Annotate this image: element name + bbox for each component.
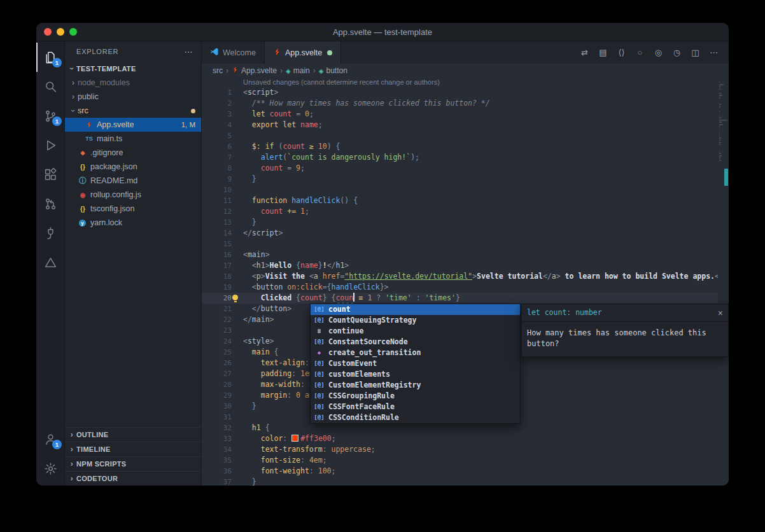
more-actions-icon[interactable]: ⋯ <box>705 45 722 61</box>
code-line-35[interactable]: 35 font-size: 4em; <box>202 455 729 466</box>
github-pull-requests-icon[interactable] <box>36 189 64 218</box>
suggestion-create_out_transition[interactable]: ◆create_out_transition <box>311 347 520 358</box>
line-number: 24 <box>202 336 243 347</box>
code-line-19[interactable]: 19 <button on:click={handleClick}> <box>202 282 729 293</box>
zoom-window-button[interactable] <box>69 28 77 36</box>
file-item-package.json[interactable]: {}package.json <box>65 160 201 174</box>
code-line-12[interactable]: 12 count += 1; <box>202 206 729 217</box>
code-line-36[interactable]: 36 font-weight: 100; <box>202 466 729 477</box>
code-line-10[interactable]: 10 <box>202 185 729 195</box>
suggestion-continue[interactable]: ≣continue <box>311 326 520 337</box>
code-line-15[interactable]: 15 <box>202 239 729 249</box>
tab-welcome[interactable]: Welcome <box>202 41 265 64</box>
line-number: 22 <box>202 314 243 325</box>
code-editor[interactable]: Unsaved changes (cannot determine recent… <box>202 78 729 486</box>
titlebar[interactable]: App.svelte — test-template <box>36 23 729 41</box>
timeline-icon[interactable]: ◷ <box>668 45 685 61</box>
line-number: 21 <box>202 304 243 314</box>
breadcrumb-app-svelte[interactable]: App.svelte <box>232 66 277 75</box>
code-line-16[interactable]: 16<main> <box>202 249 729 260</box>
file-item-tsconfig.json[interactable]: {}tsconfig.json <box>65 202 201 216</box>
file-item-rollup.config.js[interactable]: ◉rollup.config.js <box>65 188 201 202</box>
file-item-main.ts[interactable]: TSmain.ts <box>65 132 201 146</box>
workspace-section-header[interactable]: › TEST-TEMPLATE <box>65 62 201 76</box>
suggestion-CSSGroupingRule[interactable]: [@]CSSGroupingRule <box>311 391 520 402</box>
code-line-14[interactable]: 14</script> <box>202 228 729 239</box>
codetour-icon[interactable] <box>36 248 64 277</box>
minimize-window-button[interactable] <box>57 28 64 36</box>
extensions-icon[interactable] <box>36 160 64 189</box>
code-line-32[interactable]: 32 h1 { <box>202 423 729 433</box>
minimap-bar <box>719 133 720 134</box>
file-item-yarn.lock[interactable]: yyarn.lock <box>65 216 201 230</box>
sidebar-panel-codetour[interactable]: ›CODETOUR <box>65 471 201 486</box>
file-item-node_modules[interactable]: ›node_modules <box>65 76 201 90</box>
sidebar-panel-npm-scripts[interactable]: ›NPM SCRIPTS <box>65 456 201 471</box>
suggestion-CustomElementRegistry[interactable]: [@]CustomElementRegistry <box>311 380 520 391</box>
minimap[interactable] <box>718 78 729 486</box>
code-line-7[interactable]: 7 alert(`count is dangerously high!`); <box>202 152 729 163</box>
source-control-icon[interactable]: 1 <box>36 101 64 130</box>
suggestion-customElements[interactable]: [@]customElements <box>311 369 520 380</box>
code-line-20[interactable]: 20 Clicked {count} {coun ≡ 1 ? 'time' : … <box>202 293 729 304</box>
code-line-4[interactable]: 4 export let name; <box>202 120 729 130</box>
file-item-App.svelte[interactable]: App.svelte1, M <box>65 118 201 132</box>
open-preview-icon[interactable]: ▤ <box>594 45 612 61</box>
suggestion-CustomEvent[interactable]: [@]CustomEvent <box>311 358 520 369</box>
code-line-33[interactable]: 33 color: #ff3e00; <box>202 433 729 444</box>
compare-changes-icon[interactable]: ⇄ <box>576 45 593 61</box>
sidebar-panel-timeline[interactable]: ›TIMELINE <box>65 442 201 456</box>
settings-icon[interactable] <box>36 454 64 483</box>
close-icon[interactable]: × <box>718 310 723 316</box>
tab-app-svelte[interactable]: App.svelte <box>265 41 341 64</box>
autocomplete-widget: [@]count[@]CountQueuingStrategy≣continue… <box>310 304 521 424</box>
minimap-bar <box>719 144 720 145</box>
code-line-6[interactable]: 6 $: if (count ≥ 10) { <box>202 141 729 152</box>
file-item-src[interactable]: ›src <box>65 104 201 118</box>
search-icon[interactable] <box>36 72 64 101</box>
minimap-bar <box>719 88 720 90</box>
file-item-.gitignore[interactable]: ◆.gitignore <box>65 146 201 160</box>
file-item-public[interactable]: ›public <box>65 90 201 104</box>
file-item-README.md[interactable]: ⓘREADME.md <box>65 174 201 188</box>
symbol-variable-icon: [@] <box>314 380 325 391</box>
code-line-37[interactable]: 37 } <box>202 477 729 486</box>
code-line-5[interactable]: 5 <box>202 130 729 141</box>
run-circle-icon[interactable]: ○ <box>631 45 649 61</box>
suggestion-CSSConditionRule[interactable]: [@]CSSConditionRule <box>311 412 520 423</box>
code-navigation-icon[interactable]: ⟨⟩ <box>613 45 630 61</box>
run-debug-icon[interactable] <box>36 130 64 160</box>
suggestion-ConstantSourceNode[interactable]: [@]ConstantSourceNode <box>311 337 520 347</box>
sync-circle-icon[interactable]: ◎ <box>650 45 667 61</box>
suggestion-CountQueuingStrategy[interactable]: [@]CountQueuingStrategy <box>311 315 520 326</box>
code-line-8[interactable]: 8 count = 9; <box>202 163 729 174</box>
code-line-2[interactable]: 2 /** How many times has someone clicked… <box>202 98 729 109</box>
remote-explorer-icon[interactable] <box>36 218 64 248</box>
accounts-icon[interactable]: 1 <box>36 424 64 454</box>
minimap-bar <box>719 81 720 83</box>
breadcrumb-main[interactable]: ◈main <box>286 66 310 75</box>
sidebar-more-actions-icon[interactable]: ⋯ <box>184 46 193 57</box>
minimap-bar <box>719 111 720 112</box>
suggestion-count[interactable]: [@]count <box>311 304 520 315</box>
suggestion-CSSFontFaceRule[interactable]: [@]CSSFontFaceRule <box>311 402 520 412</box>
code-line-9[interactable]: 9 } <box>202 174 729 185</box>
explorer-icon[interactable]: 1 <box>36 43 64 72</box>
code-line-3[interactable]: 3 let count = 0; <box>202 109 729 120</box>
close-window-button[interactable] <box>44 28 52 36</box>
breadcrumb-src[interactable]: src <box>213 66 223 75</box>
line-number: 6 <box>202 141 243 152</box>
code-line-11[interactable]: 11 function handleClick() { <box>202 195 729 206</box>
sidebar-panel-outline[interactable]: ›OUTLINE <box>65 427 201 442</box>
split-editor-icon[interactable]: ◫ <box>687 45 704 61</box>
code-line-34[interactable]: 34 text-transform: uppercase; <box>202 444 729 455</box>
suggestion-signature-row: let count: number × <box>522 304 728 322</box>
breadcrumb-button[interactable]: ◈button <box>319 66 347 75</box>
lightbulb-icon[interactable] <box>232 295 238 300</box>
chevron-right-icon: › <box>67 459 76 468</box>
code-line-18[interactable]: 18 <p>Visit the <a href="https://svelte.… <box>202 271 729 282</box>
minimap-bar <box>719 124 723 125</box>
code-line-1[interactable]: 1<script> <box>202 87 729 98</box>
code-line-13[interactable]: 13 } <box>202 217 729 228</box>
code-line-17[interactable]: 17 <h1>Hello {name}!</h1> <box>202 260 729 271</box>
